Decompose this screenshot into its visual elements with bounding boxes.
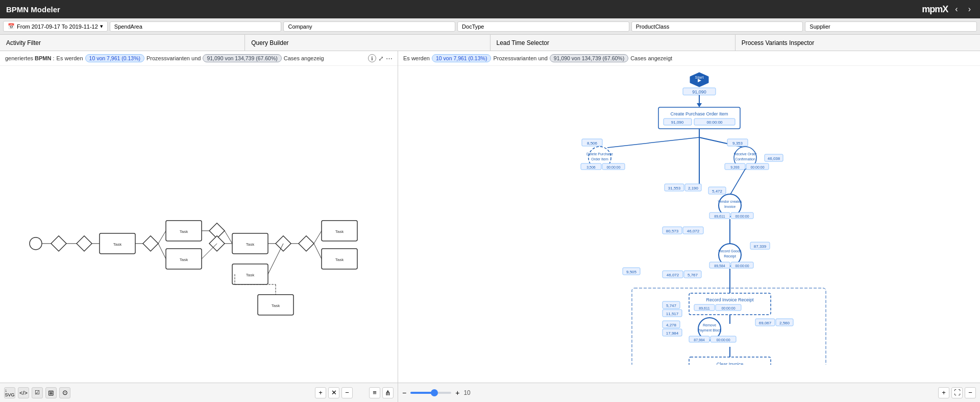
svg-text:9,353: 9,353 <box>732 141 743 146</box>
svg-text:Payment Block: Payment Block <box>698 328 722 333</box>
svg-point-0 <box>30 238 42 250</box>
nav-forward-button[interactable]: › <box>965 4 974 15</box>
graph-button[interactable]: ⋔ <box>382 387 394 398</box>
check-button[interactable]: ☑ <box>32 387 43 398</box>
svg-text:91,090: 91,090 <box>692 89 706 94</box>
stats-mid-right: Prozessvarianten und <box>493 55 547 61</box>
svg-text:Receipt: Receipt <box>724 254 736 258</box>
svg-line-35 <box>314 231 322 244</box>
svg-text:31,553: 31,553 <box>668 186 681 191</box>
bpmn-canvas[interactable]: Task Task Task Task <box>0 66 398 383</box>
svg-text:Receive Order: Receive Order <box>733 152 757 156</box>
svg-text:Vendor creates: Vendor creates <box>718 200 742 203</box>
nav-back-button[interactable]: ‹ <box>952 4 961 15</box>
svg-text:46,072: 46,072 <box>687 229 700 233</box>
supplier-filter[interactable]: Supplier <box>805 21 977 32</box>
spend-area-filter[interactable]: SpendArea <box>110 21 282 32</box>
lead-time-selector-panel-header[interactable]: Lead Time Selector <box>491 35 736 51</box>
svg-line-83 <box>730 169 745 195</box>
svg-text:Task: Task <box>246 273 254 277</box>
colon: : <box>53 55 55 61</box>
stats-text-left: Es werden <box>57 55 83 61</box>
productclass-filter[interactable]: ProductClass <box>631 21 803 32</box>
svg-line-30 <box>225 231 232 244</box>
svg-text:00:00:00: 00:00:00 <box>735 264 749 268</box>
generated-text: generiertes <box>5 55 35 61</box>
stats-end-left: Cases angezeig <box>284 55 324 61</box>
svg-text:Order Item: Order Item <box>591 157 608 161</box>
svg-line-33 <box>268 244 283 274</box>
svg-text:9,505: 9,505 <box>626 270 637 274</box>
bpmn-diagram: Task Task Task Task <box>26 154 373 329</box>
svg-text:89,611: 89,611 <box>714 215 725 218</box>
svg-rect-49 <box>658 107 740 129</box>
zoom-controls-left: + ✕ − <box>315 387 353 398</box>
filter-bar: 📅 From 2017-09-17 To 2019-11-12 ▾ SpendA… <box>0 18 980 35</box>
svg-line-56 <box>607 137 699 148</box>
svg-text:69,067: 69,067 <box>759 321 772 325</box>
left-panel-toolbar: ↓SVG </> ☑ ⊞ ⊙ + ✕ − <box>0 383 398 402</box>
query-builder-panel-header[interactable]: Query Builder <box>245 35 490 51</box>
doctype-filter[interactable]: DocType <box>457 21 629 32</box>
download-svg-button[interactable]: ↓SVG <box>4 387 15 398</box>
graph-controls: ≡ ⋔ <box>369 387 394 398</box>
svg-text:87,339: 87,339 <box>754 244 767 249</box>
code-button[interactable]: </> <box>18 387 29 398</box>
svg-text:Delete Purchase: Delete Purchase <box>586 152 613 156</box>
zoom-controls-right: + ⛶ − <box>938 387 976 398</box>
zoom-out-button-right[interactable]: − <box>965 387 976 398</box>
svg-text:00:00:00: 00:00:00 <box>716 338 730 342</box>
cases-badge-left: 91,090 von 134,739 (67.60%) <box>203 54 281 62</box>
activity-filter-panel-header[interactable]: Activity Filter <box>0 35 245 51</box>
date-filter[interactable]: 📅 From 2017-09-17 To 2019-11-12 ▾ <box>3 21 108 32</box>
doctype-label: DocType <box>462 23 484 30</box>
variant-slider[interactable] <box>410 392 451 394</box>
svg-text:9,393: 9,393 <box>730 165 740 169</box>
svg-text:Record Invoice Receipt: Record Invoice Receipt <box>706 297 754 302</box>
svg-text:46,038: 46,038 <box>768 156 780 161</box>
svg-text:Start: Start <box>695 75 704 80</box>
info-icon-left[interactable]: ℹ <box>368 54 376 62</box>
stats-text-right: Es werden <box>403 55 430 61</box>
company-label: Company <box>288 23 312 30</box>
svg-text:2,560: 2,560 <box>779 321 790 325</box>
zoom-out-button-left[interactable]: − <box>341 387 353 398</box>
cases-badge-right: 91,090 von 134,739 (67.60%) <box>550 54 628 62</box>
svg-text:Invoice: Invoice <box>724 205 736 208</box>
right-panel-canvas[interactable]: ▶ Start 91,090 Create Purchase Order Ite… <box>398 66 980 383</box>
svg-line-36 <box>314 244 322 259</box>
svg-text:00:00:00: 00:00:00 <box>721 306 735 310</box>
zoom-in-button-left[interactable]: + <box>315 387 326 398</box>
svg-text:4,278: 4,278 <box>666 323 677 327</box>
svg-text:Clear Invoice: Clear Invoice <box>717 362 744 365</box>
add-button[interactable]: ⊞ <box>45 387 57 398</box>
bpmn-label: BPMN <box>35 55 51 61</box>
svg-marker-1 <box>51 236 66 251</box>
expand-icon-left[interactable]: ⤢ <box>378 55 384 62</box>
main-area: generiertes BPMN : Es werden 10 von 7,96… <box>0 51 980 402</box>
svg-text:80,573: 80,573 <box>666 229 679 233</box>
circle-button[interactable]: ⊙ <box>59 387 70 398</box>
stats-mid-left: Prozessvarianten und <box>146 55 201 61</box>
generated-label: generiertes BPMN : <box>5 55 55 61</box>
svg-text:Create Purchase Order Item: Create Purchase Order Item <box>670 111 728 116</box>
svg-text:Record Goods: Record Goods <box>718 249 742 253</box>
company-filter[interactable]: Company <box>283 21 455 32</box>
bpmn-svg: Task Task Task Task <box>26 154 373 328</box>
svg-text:Remove: Remove <box>703 323 716 327</box>
process-variants-inspector-panel-header[interactable]: Process Variants Inspector <box>736 35 980 51</box>
zoom-reset-button-left[interactable]: ✕ <box>328 387 339 398</box>
svg-marker-17 <box>299 236 314 251</box>
fullscreen-button-right[interactable]: ⛶ <box>951 387 963 398</box>
stats-end-right: Cases angezeigt <box>630 55 672 61</box>
svg-text:46,072: 46,072 <box>667 273 679 277</box>
svg-text:8,506: 8,506 <box>587 141 598 146</box>
svg-text:89,611: 89,611 <box>699 306 710 310</box>
calendar-icon: 📅 <box>8 23 15 30</box>
more-icon-left[interactable]: ⋯ <box>386 55 393 62</box>
svg-text:Confirmation: Confirmation <box>735 157 755 161</box>
svg-text:00:00:00: 00:00:00 <box>706 120 723 125</box>
zoom-in-button-right[interactable]: + <box>938 387 949 398</box>
svg-text:Task: Task <box>271 303 280 308</box>
menu-button[interactable]: ≡ <box>369 387 380 398</box>
